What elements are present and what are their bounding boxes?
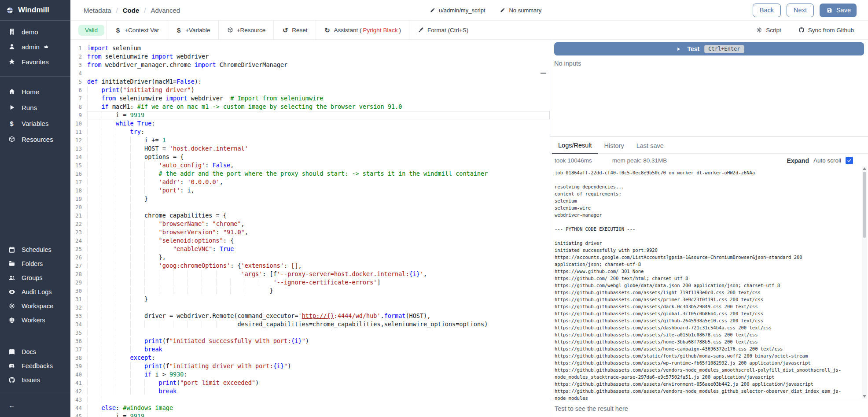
sidebar-item-workspace[interactable]: Workspace <box>0 299 70 313</box>
code-line[interactable]: 39 print(f"initiating driver with port:{… <box>70 362 550 370</box>
code-line[interactable]: 8 if macM1: #if we are on mac m1 -> cust… <box>70 103 550 111</box>
code-line[interactable]: 33 driver = webdriver.Remote(command_exe… <box>70 312 550 320</box>
sidebar-item-variables[interactable]: $Variables <box>0 115 70 131</box>
back-button[interactable]: Back <box>753 4 781 17</box>
tab-code[interactable]: Code <box>123 7 140 14</box>
expand-button[interactable]: Expand <box>787 157 809 164</box>
workspace-logo[interactable]: Windmill <box>0 0 70 21</box>
log-line: initiated successfully with port:9920 <box>555 247 843 254</box>
code-line[interactable]: 12 i += 1 <box>70 136 550 144</box>
code-line[interactable]: 4 <box>70 69 550 77</box>
sidebar-item-issues[interactable]: Issues <box>0 373 70 387</box>
sidebar-item-schedules[interactable]: Schedules <box>0 243 70 257</box>
line-number: 4 <box>70 69 82 77</box>
logs-scrollbar[interactable] <box>862 166 867 399</box>
code-line[interactable]: 42 break <box>70 387 550 395</box>
script-path[interactable]: u/admin/my_script <box>428 7 485 14</box>
code-line[interactable]: 5def initiateDriver(macM1=False): <box>70 77 550 86</box>
code-line[interactable]: 3from webdriver_manager.chrome import Ch… <box>70 61 550 69</box>
tab-history[interactable]: History <box>598 142 630 153</box>
save-button[interactable]: Save <box>820 4 857 17</box>
code-line[interactable]: 22 "browserName": "chrome", <box>70 220 550 228</box>
tab-last-save[interactable]: Last save <box>630 142 670 153</box>
code-line[interactable]: 7 from seleniumwire import webdriver # I… <box>70 94 550 103</box>
sidebar-item-groups[interactable]: Groups <box>0 271 70 285</box>
code-line[interactable]: 20 <box>70 203 550 211</box>
assistant-button[interactable]: ↻Assistant (Pyright Black) <box>316 21 409 39</box>
code-line[interactable]: 24 "selenoid:options": { <box>70 236 550 245</box>
scrollbar-down-arrow[interactable] <box>863 395 866 398</box>
code-line[interactable]: 25 "enableVNC": True <box>70 245 550 253</box>
code-line[interactable]: 27 'goog:chromeOptions': {'extensions': … <box>70 262 550 270</box>
add-variable-button[interactable]: $+Variable <box>167 21 218 39</box>
code-line[interactable]: 1import selenium <box>70 44 550 52</box>
sidebar-item-home[interactable]: Home <box>0 84 70 100</box>
sync-from-github-button[interactable]: Sync from Github <box>798 21 854 39</box>
code-line[interactable]: 6 print("initiating driver") <box>70 86 550 94</box>
indent-guide <box>245 287 259 294</box>
code-line[interactable]: 26 }, <box>70 253 550 262</box>
code-line[interactable]: 21 chrome_capabilities = { <box>70 211 550 220</box>
code-line[interactable]: 14 options = { <box>70 153 550 161</box>
code-line[interactable]: 11 try: <box>70 128 550 136</box>
indent-guide <box>144 379 159 386</box>
code-line[interactable]: 23 "browserVersion": "91.0", <box>70 228 550 236</box>
sidebar-item-feedbacks[interactable]: Feedbacks <box>0 359 70 373</box>
log-line: https://www.github.com/ 301 None <box>555 268 843 275</box>
gear-icon <box>7 303 16 310</box>
add-resource-button[interactable]: +Resource <box>219 21 274 39</box>
sidebar-item-runs[interactable]: Runs <box>0 100 70 115</box>
scrollbar-up-arrow[interactable] <box>863 167 866 170</box>
tab-metadata[interactable]: Metadata <box>84 7 111 14</box>
tab-logs-result[interactable]: Logs/Result <box>552 142 598 154</box>
code-line[interactable]: 34 desired_capabilities=chrome_capabilit… <box>70 320 550 328</box>
autoscroll-checkbox[interactable] <box>846 157 853 164</box>
indent-guide <box>144 287 159 294</box>
add-context-var-button[interactable]: $+Context Var <box>107 21 167 39</box>
code-line[interactable]: 35 <box>70 328 550 337</box>
code-line[interactable]: 41 print("port limit exceeded") <box>70 379 550 387</box>
code-line[interactable]: 36 print(f"initiated successfully with p… <box>70 337 550 345</box>
code-line[interactable]: 16 # the addr and the port where the pro… <box>70 170 550 178</box>
code-line[interactable]: 29 '--ignore-certificate-errors'] <box>70 278 550 287</box>
sidebar-item-folders[interactable]: Folders <box>0 257 70 271</box>
sidebar-collapse-button[interactable]: ← <box>0 393 70 417</box>
code-line[interactable]: 28 'args': [f'--proxy-server=host.docker… <box>70 270 550 278</box>
code-line[interactable]: 38 except: <box>70 354 550 362</box>
scrollbar-thumb[interactable] <box>863 172 866 238</box>
code-line[interactable]: 45 i = 9919 <box>70 412 550 417</box>
code-line[interactable]: 31 } <box>70 295 550 303</box>
code-line[interactable]: 37 break <box>70 345 550 354</box>
code-line[interactable]: 40 if i > 9930: <box>70 370 550 379</box>
sidebar-item-admin[interactable]: admin <box>0 39 70 54</box>
sidebar-item-workers[interactable]: Workers <box>0 313 70 327</box>
code-line[interactable]: 18 'port': i, <box>70 186 550 195</box>
sidebar-item-label: Issues <box>22 376 40 384</box>
sidebar-item-resources[interactable]: Resources <box>0 131 70 147</box>
tab-advanced[interactable]: Advanced <box>151 7 180 14</box>
indent-guide <box>116 279 130 286</box>
code-line[interactable]: 17 'addr': '0.0.0.0', <box>70 178 550 186</box>
log-output[interactable]: job 01864aff-22dd-cf40-f0c5-0ec8e9b50c70… <box>550 166 868 400</box>
code-line[interactable]: 30 } <box>70 287 550 295</box>
sidebar-item-demo[interactable]: demo <box>0 24 70 39</box>
code-line[interactable]: 43 <box>70 395 550 404</box>
script-button[interactable]: Script <box>756 21 781 39</box>
reset-button[interactable]: ↺Reset <box>274 21 315 39</box>
code-line[interactable]: 10 while True: <box>70 119 550 128</box>
next-button[interactable]: Next <box>787 4 814 17</box>
sidebar-item-audit-logs[interactable]: Audit Logs <box>0 285 70 299</box>
sidebar-item-docs[interactable]: Docs <box>0 345 70 359</box>
code-line[interactable]: 9 i = 9919 <box>70 111 550 119</box>
code-line[interactable]: 19 } <box>70 195 550 203</box>
code-line[interactable]: 13 HOST = 'host.docker.internal' <box>70 144 550 153</box>
code-line[interactable]: 32 <box>70 303 550 312</box>
code-line[interactable]: 2from seleniumwire import webdriver <box>70 52 550 61</box>
format-button[interactable]: Format (Ctrl+S) <box>409 21 476 39</box>
code-editor[interactable]: 1import selenium2from seleniumwire impor… <box>70 40 550 417</box>
code-line[interactable]: 15 'auto_config': False, <box>70 161 550 170</box>
code-line[interactable]: 44 else: #windows image <box>70 404 550 412</box>
test-button[interactable]: Test Ctrl+Enter <box>554 42 864 55</box>
script-summary[interactable]: No summary <box>498 7 541 14</box>
sidebar-item-favorites[interactable]: Favorites <box>0 54 70 69</box>
